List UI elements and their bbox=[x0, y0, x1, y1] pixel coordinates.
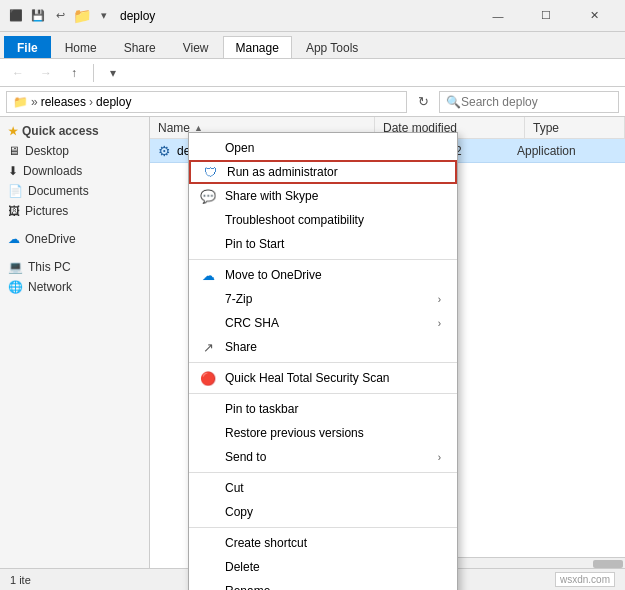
sidebar-item-network[interactable]: 🌐 Network bbox=[0, 277, 149, 297]
cm-sep5 bbox=[189, 527, 457, 528]
cm-7zip-label: 7-Zip bbox=[225, 292, 252, 306]
tab-file[interactable]: File bbox=[4, 36, 51, 58]
sidebar-item-pictures[interactable]: 🖼 Pictures bbox=[0, 201, 149, 221]
quickheal-icon: 🔴 bbox=[199, 369, 217, 387]
cm-pin-taskbar[interactable]: Pin to taskbar bbox=[189, 397, 457, 421]
sidebar: ★ Quick access 🖥 Desktop ⬇ Downloads 📄 D… bbox=[0, 117, 150, 590]
col-type[interactable]: Type bbox=[525, 117, 625, 138]
cm-restore-label: Restore previous versions bbox=[225, 426, 364, 440]
cm-quickheal[interactable]: 🔴 Quick Heal Total Security Scan bbox=[189, 366, 457, 390]
cm-skype-label: Share with Skype bbox=[225, 189, 318, 203]
watermark: wsxdn.com bbox=[555, 572, 615, 587]
search-icon: 🔍 bbox=[446, 95, 461, 109]
toolbar: ← → ↑ ▾ bbox=[0, 59, 625, 87]
cm-onedrive-label: Move to OneDrive bbox=[225, 268, 322, 282]
back-button[interactable]: ← bbox=[6, 62, 30, 84]
forward-button[interactable]: → bbox=[34, 62, 58, 84]
cm-cut[interactable]: Cut bbox=[189, 476, 457, 500]
cm-sep2 bbox=[189, 362, 457, 363]
cm-cut-label: Cut bbox=[225, 481, 244, 495]
downloads-icon: ⬇ bbox=[8, 164, 18, 178]
sidebar-quick-access[interactable]: ★ Quick access bbox=[0, 121, 149, 141]
cm-share[interactable]: ↗ Share bbox=[189, 335, 457, 359]
cm-run-as-admin[interactable]: 🛡 Run as administrator bbox=[189, 160, 457, 184]
cm-shortcut-label: Create shortcut bbox=[225, 536, 307, 550]
desktop-icon: 🖥 bbox=[8, 144, 20, 158]
window-controls: — ☐ ✕ bbox=[475, 0, 617, 32]
cm-pintaskbar-label: Pin to taskbar bbox=[225, 402, 298, 416]
tab-share[interactable]: Share bbox=[111, 36, 169, 58]
cm-rename[interactable]: Rename bbox=[189, 579, 457, 590]
sidebar-onedrive-label: OneDrive bbox=[25, 232, 76, 246]
cm-sendto[interactable]: Send to › bbox=[189, 445, 457, 469]
file-type: Application bbox=[517, 144, 617, 158]
skype-icon: 💬 bbox=[199, 187, 217, 205]
path-icon: 📁 bbox=[13, 95, 28, 109]
refresh-button[interactable]: ↻ bbox=[411, 91, 435, 113]
cm-runas-label: Run as administrator bbox=[227, 165, 338, 179]
cm-sendto-arrow: › bbox=[438, 452, 441, 463]
maximize-button[interactable]: ☐ bbox=[523, 0, 569, 32]
cloud-icon: ☁ bbox=[199, 266, 217, 284]
scrollbar-thumb[interactable] bbox=[593, 560, 623, 568]
ribbon: File Home Share View Manage App Tools bbox=[0, 32, 625, 59]
content-area: Name ▲ Date modified Type ⚙ deploy 17-04… bbox=[150, 117, 625, 590]
search-input[interactable] bbox=[461, 95, 612, 109]
up-button[interactable]: ↑ bbox=[62, 62, 86, 84]
cm-open-label: Open bbox=[225, 141, 254, 155]
tab-apptools[interactable]: App Tools bbox=[293, 36, 371, 58]
cm-troubleshoot[interactable]: Troubleshoot compatibility bbox=[189, 208, 457, 232]
sort-arrow: ▲ bbox=[194, 123, 203, 133]
cm-sep1 bbox=[189, 259, 457, 260]
sidebar-item-desktop[interactable]: 🖥 Desktop bbox=[0, 141, 149, 161]
cm-crcsha-arrow: › bbox=[438, 318, 441, 329]
sidebar-item-thispc[interactable]: 💻 This PC bbox=[0, 257, 149, 277]
dropdown-icon: ▾ bbox=[96, 8, 112, 24]
close-button[interactable]: ✕ bbox=[571, 0, 617, 32]
cm-copy[interactable]: Copy bbox=[189, 500, 457, 524]
sidebar-spacer2 bbox=[0, 249, 149, 257]
window-title: deploy bbox=[120, 9, 475, 23]
cm-sendto-label: Send to bbox=[225, 450, 266, 464]
cm-delete[interactable]: Delete bbox=[189, 555, 457, 579]
sidebar-pics-label: Pictures bbox=[25, 204, 68, 218]
sidebar-spacer bbox=[0, 221, 149, 229]
title-bar-icons: ⬛ 💾 ↩ 📁 ▾ bbox=[8, 8, 112, 24]
sidebar-desktop-label: Desktop bbox=[25, 144, 69, 158]
cm-restore-versions[interactable]: Restore previous versions bbox=[189, 421, 457, 445]
tab-view[interactable]: View bbox=[170, 36, 222, 58]
cm-open[interactable]: Open bbox=[189, 136, 457, 160]
sidebar-item-documents[interactable]: 📄 Documents bbox=[0, 181, 149, 201]
shield-icon: 🛡 bbox=[201, 163, 219, 181]
path-deploy: deploy bbox=[96, 95, 131, 109]
recent-locations-button[interactable]: ▾ bbox=[101, 62, 125, 84]
undo-icon: ↩ bbox=[52, 8, 68, 24]
address-path[interactable]: 📁 » releases › deploy bbox=[6, 91, 407, 113]
sidebar-item-onedrive[interactable]: ☁ OneDrive bbox=[0, 229, 149, 249]
cm-crcsha[interactable]: CRC SHA › bbox=[189, 311, 457, 335]
cm-share-label: Share bbox=[225, 340, 257, 354]
tab-home[interactable]: Home bbox=[52, 36, 110, 58]
tab-manage[interactable]: Manage bbox=[223, 36, 292, 58]
cm-delete-label: Delete bbox=[225, 560, 260, 574]
cm-7zip[interactable]: 7-Zip › bbox=[189, 287, 457, 311]
cm-onedrive[interactable]: ☁ Move to OneDrive bbox=[189, 263, 457, 287]
cm-skype[interactable]: 💬 Share with Skype bbox=[189, 184, 457, 208]
sidebar-item-downloads[interactable]: ⬇ Downloads bbox=[0, 161, 149, 181]
path-releases: releases bbox=[41, 95, 86, 109]
sidebar-network-label: Network bbox=[28, 280, 72, 294]
cm-pin-start[interactable]: Pin to Start bbox=[189, 232, 457, 256]
main-layout: ★ Quick access 🖥 Desktop ⬇ Downloads 📄 D… bbox=[0, 117, 625, 590]
minimize-button[interactable]: — bbox=[475, 0, 521, 32]
address-bar: 📁 » releases › deploy ↻ 🔍 bbox=[0, 87, 625, 117]
save-icon: 💾 bbox=[30, 8, 46, 24]
toolbar-separator bbox=[93, 64, 94, 82]
folder-icon: 📁 bbox=[74, 8, 90, 24]
search-box: 🔍 bbox=[439, 91, 619, 113]
cm-create-shortcut[interactable]: Create shortcut bbox=[189, 531, 457, 555]
star-icon: ★ bbox=[8, 125, 18, 138]
exe-icon: ⚙ bbox=[158, 143, 171, 159]
thispc-icon: 💻 bbox=[8, 260, 23, 274]
cm-sep4 bbox=[189, 472, 457, 473]
network-icon: 🌐 bbox=[8, 280, 23, 294]
